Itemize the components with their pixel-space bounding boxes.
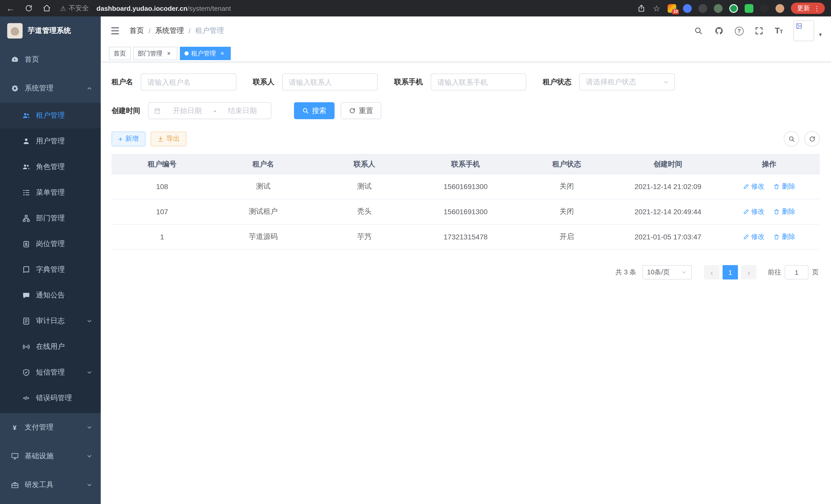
trash-icon	[774, 234, 780, 240]
breadcrumb-system[interactable]: 系统管理	[155, 26, 184, 35]
app-logo-image	[7, 23, 23, 38]
audit-log-icon	[22, 317, 30, 325]
toggle-search-button[interactable]	[784, 131, 799, 146]
contact-input[interactable]	[282, 73, 378, 90]
table-row: 107 测试租户 秃头 15601691300 关闭 2021-12-14 20…	[112, 199, 820, 224]
close-icon[interactable]: ×	[165, 50, 173, 57]
goto-page: 前往 页	[768, 265, 819, 279]
sidebar-item-department-management[interactable]: 部门管理	[0, 206, 101, 231]
sidebar-item-post-management[interactable]: 岗位管理	[0, 231, 101, 257]
tab-tenant[interactable]: 租户管理 ×	[180, 47, 231, 60]
sidebar-item-notice[interactable]: 通知公告	[0, 283, 101, 308]
broken-image-icon	[796, 23, 802, 29]
sidebar-item-payment-management[interactable]: ¥ 支付管理	[0, 413, 101, 442]
extension-icon-5[interactable]	[729, 4, 738, 12]
close-icon[interactable]: ×	[219, 50, 226, 57]
url-host: dashboard.yudao.iocoder.cn	[96, 4, 187, 12]
roles-icon	[22, 162, 30, 171]
breadcrumb-separator: /	[148, 27, 150, 35]
hamburger-icon[interactable]	[110, 26, 120, 36]
share-icon[interactable]	[637, 4, 646, 12]
tenant-name-input[interactable]	[141, 73, 236, 90]
browser-home-icon[interactable]	[42, 4, 51, 12]
extension-icon-2[interactable]	[683, 4, 692, 12]
sidebar-item-home[interactable]: 首页	[0, 45, 101, 74]
browser-back-icon[interactable]: ←	[6, 4, 15, 12]
help-icon[interactable]: ?	[735, 26, 743, 35]
status-select[interactable]: 请选择租户状态	[579, 73, 675, 90]
column-header: 租户编号	[112, 154, 213, 174]
edit-label: 修改	[751, 182, 765, 191]
sidebar-item-label: 首页	[25, 55, 39, 64]
date-range-picker[interactable]: 开始日期 - 结束日期	[148, 102, 271, 119]
browser-nav-controls: ←	[6, 4, 51, 12]
browser-update-button[interactable]: 更新 ⋮	[791, 3, 825, 14]
sidebar-item-system-management[interactable]: 系统管理	[0, 74, 101, 103]
sidebar-item-menu-management[interactable]: 菜单管理	[0, 180, 101, 206]
sidebar-item-error-code-management[interactable]: </> 错误码管理	[0, 385, 101, 411]
search-button[interactable]: 搜索	[294, 102, 335, 119]
sidebar-logo[interactable]: 芋道管理系统	[0, 17, 101, 45]
extension-icon-4[interactable]	[714, 4, 722, 12]
extension-icon-1[interactable]: 10	[667, 4, 676, 12]
bookmark-star-icon[interactable]: ☆	[652, 4, 661, 12]
sidebar-item-user-management[interactable]: 用户管理	[0, 128, 101, 154]
sidebar-item-infrastructure[interactable]: 基础设施	[0, 442, 101, 471]
column-header: 联系手机	[415, 154, 516, 174]
calendar-icon	[154, 107, 161, 114]
delete-link[interactable]: 删除	[774, 182, 795, 191]
column-header: 租户名	[213, 154, 314, 174]
download-icon	[157, 136, 164, 142]
edit-link[interactable]: 修改	[743, 182, 765, 191]
edit-link[interactable]: 修改	[743, 207, 765, 216]
browser-menu-icon[interactable]: ⋮	[813, 4, 820, 12]
tab-department[interactable]: 部门管理 ×	[133, 47, 177, 60]
yen-icon: ¥	[10, 423, 19, 432]
reset-button[interactable]: 重置	[341, 102, 381, 119]
sidebar-item-dict-management[interactable]: 字典管理	[0, 257, 101, 283]
search-icon[interactable]	[693, 26, 703, 36]
font-size-small: T	[780, 29, 783, 35]
prev-page-button[interactable]: ‹	[704, 265, 719, 279]
extension-icon-7[interactable]	[760, 4, 769, 12]
security-indicator[interactable]: ⚠ 不安全	[60, 4, 89, 13]
page-size-select[interactable]: 10条/页	[642, 265, 692, 279]
delete-link[interactable]: 删除	[774, 232, 795, 241]
phone-input[interactable]	[431, 73, 526, 90]
sidebar-item-dev-tools[interactable]: 研发工具	[0, 471, 101, 499]
sidebar-item-label: 审计日志	[36, 317, 65, 326]
avatar[interactable]	[794, 21, 814, 41]
sidebar-item-role-management[interactable]: 角色管理	[0, 154, 101, 180]
font-size-icon[interactable]: TT	[775, 27, 783, 35]
sidebar-item-tenant-management[interactable]: 租户管理	[0, 103, 101, 128]
tab-home[interactable]: 首页	[109, 47, 131, 60]
sidebar-item-sms-management[interactable]: 短信管理	[0, 360, 101, 385]
browser-refresh-icon[interactable]	[24, 4, 33, 12]
chevron-down-icon	[86, 318, 92, 324]
refresh-table-button[interactable]	[804, 131, 820, 146]
avatar-caret-icon[interactable]: ▾	[819, 31, 822, 41]
extension-icon-6[interactable]	[745, 4, 753, 12]
add-button[interactable]: + 新增	[112, 131, 145, 146]
sidebar-item-label: 研发工具	[25, 480, 53, 490]
next-page-button[interactable]: ›	[741, 265, 756, 279]
breadcrumb-home[interactable]: 首页	[130, 26, 144, 35]
column-header: 操作	[718, 154, 820, 174]
broadcast-icon	[22, 343, 30, 351]
delete-link[interactable]: 删除	[774, 207, 795, 216]
update-label: 更新	[797, 4, 810, 12]
extension-icon-3[interactable]	[698, 4, 707, 12]
goto-page-input[interactable]	[785, 265, 808, 279]
cell-tenant-name: 测试	[213, 174, 314, 199]
page-number-button[interactable]: 1	[722, 265, 738, 279]
trash-icon	[774, 209, 780, 215]
github-icon[interactable]	[714, 26, 724, 36]
address-bar[interactable]: ⚠ 不安全 dashboard.yudao.iocoder.cn/system/…	[60, 4, 231, 13]
export-button[interactable]: 导出	[150, 131, 187, 146]
edit-link[interactable]: 修改	[743, 232, 765, 241]
sidebar-item-online-users[interactable]: 在线用户	[0, 334, 101, 360]
sidebar-item-audit-log[interactable]: 审计日志	[0, 308, 101, 334]
extension-icon-8[interactable]	[775, 4, 784, 12]
sidebar-item-label: 基础设施	[25, 452, 53, 461]
fullscreen-icon[interactable]	[754, 26, 764, 36]
